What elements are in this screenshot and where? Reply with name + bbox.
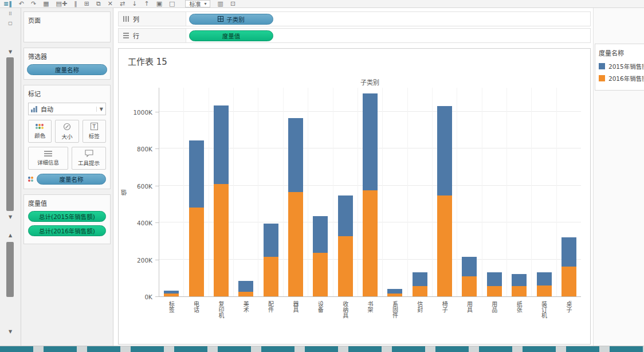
stacked-bar-装订机[interactable] <box>537 272 552 296</box>
status-bar[interactable] <box>0 346 644 352</box>
clear-icon[interactable]: ✕ <box>108 0 113 7</box>
bar-segment[interactable] <box>537 272 552 285</box>
bar-segment[interactable] <box>561 237 576 267</box>
add-data-icon[interactable]: ▤✚ <box>56 0 68 7</box>
scroll-down-icon[interactable]: ▼ <box>0 49 21 54</box>
pause-updates-icon[interactable]: ‖ <box>74 0 77 7</box>
columns-shelf-track[interactable]: 子类别 <box>186 12 590 26</box>
bar-segment[interactable] <box>363 190 378 296</box>
legend-item[interactable]: 2015年销售额 <box>599 62 643 71</box>
stacked-bar-用具[interactable] <box>462 257 477 296</box>
stacked-bar-系固件[interactable] <box>387 289 402 296</box>
bar-segment[interactable] <box>189 208 204 296</box>
bar-segment[interactable] <box>487 272 502 286</box>
bar-segment[interactable] <box>413 272 427 286</box>
undo-icon[interactable]: ↶ <box>19 0 24 7</box>
bar-segment[interactable] <box>238 292 253 296</box>
highlight-icon[interactable]: ▣ <box>156 0 162 7</box>
presentation-icon[interactable]: ⊡ <box>230 0 235 7</box>
size-button[interactable]: 大小 <box>55 120 78 143</box>
measure-pill-2016-sales[interactable]: 总计(2016年销售额) <box>28 225 106 236</box>
bar-segment[interactable] <box>288 192 303 296</box>
bar-segment[interactable] <box>363 93 378 190</box>
bar-segment[interactable] <box>264 224 278 257</box>
bar-segment[interactable] <box>313 253 328 296</box>
stacked-bar-用品[interactable] <box>487 272 502 296</box>
stacked-bar-配件[interactable] <box>264 224 278 296</box>
new-sheet-icon[interactable]: ⊞ <box>84 0 89 7</box>
stacked-bar-美术[interactable] <box>238 281 253 296</box>
filter-pill-measure-names[interactable]: 度量名称 <box>27 64 107 75</box>
rows-shelf[interactable]: 行 度量值 <box>118 28 591 43</box>
bar-segment[interactable] <box>189 140 204 208</box>
label-button[interactable]: T 标签 <box>83 120 106 143</box>
bar-segment[interactable] <box>164 294 179 296</box>
sort-ascending-icon[interactable]: ↓ <box>132 0 137 7</box>
group-icon[interactable]: □ <box>169 0 175 7</box>
bar-segment[interactable] <box>214 105 229 184</box>
bar-segment[interactable] <box>437 195 452 296</box>
bar-segment[interactable] <box>462 276 477 296</box>
bar-segment[interactable] <box>561 267 576 296</box>
stacked-bar-电话[interactable] <box>189 140 204 296</box>
mark-type-dropdown[interactable]: 自动 ▼ <box>28 103 106 115</box>
bar-segment[interactable] <box>413 286 427 296</box>
color-button[interactable]: 颜色 <box>28 120 52 143</box>
bar-segment[interactable] <box>313 216 328 253</box>
x-axis[interactable]: 标签电话复印机美术配件器具设备收纳具书架系固件信封椅子用具用品纸张装订机桌子 <box>159 297 581 344</box>
detail-button[interactable]: 详细信息 <box>28 147 68 170</box>
legend-item[interactable]: 2016年销售额 <box>599 74 643 83</box>
bar-segment[interactable] <box>512 274 527 286</box>
bar-segment[interactable] <box>462 257 477 276</box>
columns-shelf[interactable]: 列 子类别 <box>118 11 591 26</box>
rail-handle-icon[interactable]: ⠿ <box>0 11 21 17</box>
fit-dropdown[interactable]: 标准 ▾ <box>185 0 210 7</box>
show-labels-icon[interactable]: ▥ <box>217 0 223 7</box>
rows-shelf-track[interactable]: 度量值 <box>186 29 590 42</box>
bar-segment[interactable] <box>512 286 527 296</box>
bar-segment[interactable] <box>214 184 229 296</box>
measure-pill-2015-sales[interactable]: 总计(2015年销售额) <box>28 211 106 222</box>
stacked-bar-复印机[interactable] <box>214 105 229 296</box>
scroll-up-icon[interactable]: ▲ <box>0 233 21 238</box>
stacked-bar-标签[interactable] <box>164 291 179 296</box>
sort-descending-icon[interactable]: ↑ <box>144 0 149 7</box>
redo-icon[interactable]: ↷ <box>31 0 36 7</box>
bar-segment[interactable] <box>338 236 353 296</box>
bar-segment[interactable] <box>387 289 402 294</box>
columns-pill-subcategory[interactable]: 子类别 <box>189 14 273 25</box>
stacked-bar-信封[interactable] <box>413 272 427 296</box>
stacked-bar-书架[interactable] <box>363 93 378 296</box>
stacked-bar-收纳具[interactable] <box>338 195 353 296</box>
y-axis[interactable]: 0K200K400K600K800K1000K <box>129 88 159 297</box>
rows-pill-measure-values[interactable]: 度量值 <box>189 30 273 41</box>
scrollbar-thumb[interactable] <box>6 57 14 211</box>
bar-segment[interactable] <box>264 257 278 296</box>
marks-pill-measure-names[interactable]: 度量名称 <box>37 174 106 185</box>
stacked-bar-椅子[interactable] <box>437 106 452 296</box>
rail-pane-icon[interactable]: ▢ <box>0 21 21 26</box>
stacked-bar-设备[interactable] <box>313 216 328 296</box>
stacked-bar-器具[interactable] <box>288 118 303 296</box>
color-legend-card[interactable]: 度量名称 2015年销售额2016年销售额 <box>595 44 644 91</box>
tooltip-button[interactable]: 工具提示 <box>72 147 106 170</box>
plot-area[interactable] <box>159 88 581 297</box>
columns-icon <box>123 16 129 22</box>
swap-axes-icon[interactable]: ⇄ <box>120 0 125 7</box>
stacked-bar-纸张[interactable] <box>512 274 527 296</box>
bar-segment[interactable] <box>537 285 552 296</box>
stacked-bar-桌子[interactable] <box>561 237 576 296</box>
scroll-down-icon[interactable]: ▼ <box>0 214 21 220</box>
duplicate-icon[interactable]: ⧉ <box>96 0 101 7</box>
bar-segment[interactable] <box>487 286 502 296</box>
bar-segment[interactable] <box>437 106 452 195</box>
save-icon[interactable]: ▦ <box>43 0 49 7</box>
scroll-down-icon[interactable]: ▼ <box>0 329 21 334</box>
scrollbar-thumb[interactable] <box>6 242 14 297</box>
bar-segment[interactable] <box>238 281 253 292</box>
bar-segment[interactable] <box>387 294 402 296</box>
pages-shelf[interactable]: 页面 <box>23 11 111 42</box>
bar-segment[interactable] <box>288 118 303 192</box>
filters-shelf[interactable]: 筛选器 度量名称 <box>23 48 111 80</box>
bar-segment[interactable] <box>338 195 353 236</box>
